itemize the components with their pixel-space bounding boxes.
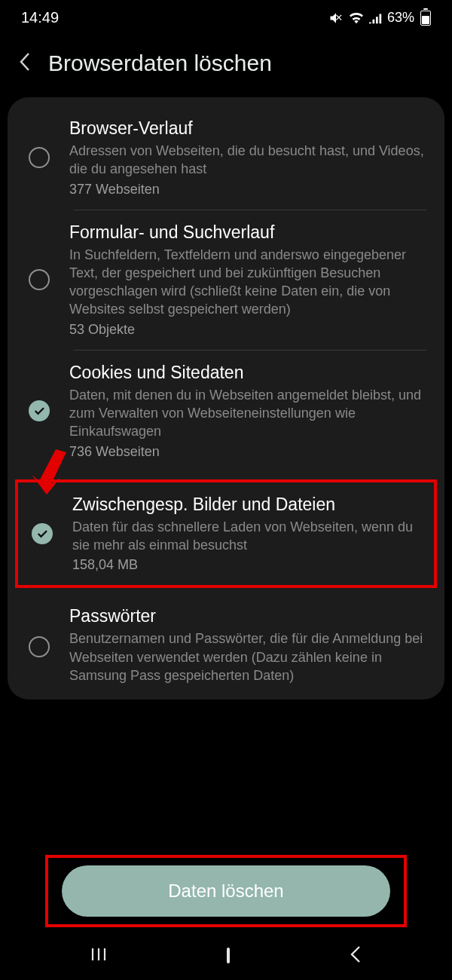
status-time: 14:49 — [21, 9, 59, 26]
action-area: Daten löschen — [0, 855, 452, 927]
row-title: Passwörter — [69, 606, 426, 626]
checkbox-passwords[interactable] — [29, 636, 50, 657]
nav-bar — [0, 932, 452, 980]
row-form-search[interactable]: Formular- und Suchverlauf In Suchfeldern… — [8, 210, 444, 350]
battery-text: 63% — [387, 10, 414, 26]
wifi-icon — [348, 11, 365, 25]
checkbox-form-search[interactable] — [29, 269, 50, 290]
row-desc: In Suchfeldern, Textfeldern und anderswo… — [69, 246, 426, 319]
annotation-arrow-icon — [32, 448, 69, 496]
page-title: Browserdaten löschen — [48, 51, 272, 76]
row-desc: Adressen von Webseiten, die du besucht h… — [69, 142, 426, 179]
mute-icon — [328, 11, 344, 26]
row-count: 158,04 MB — [72, 557, 423, 573]
page-header: Browserdaten löschen — [0, 32, 452, 97]
highlight-action: Daten löschen — [45, 855, 407, 927]
nav-recent-button[interactable] — [90, 945, 108, 966]
nav-home-button[interactable] — [227, 949, 230, 963]
nav-back-button[interactable] — [349, 945, 362, 967]
status-right: 63% — [328, 10, 431, 26]
highlight-cached-files: Zwischengesp. Bilder und Dateien Daten f… — [15, 479, 437, 589]
row-cached-files[interactable]: Zwischengesp. Bilder und Dateien Daten f… — [18, 482, 434, 586]
row-count: 377 Webseiten — [69, 182, 426, 198]
checkbox-cached-files[interactable] — [32, 523, 53, 544]
row-count: 736 Webseiten — [69, 444, 426, 460]
row-count: 53 Objekte — [69, 322, 426, 338]
back-button[interactable] — [18, 51, 33, 76]
row-title: Zwischengesp. Bilder und Dateien — [72, 495, 423, 515]
row-title: Browser-Verlauf — [69, 118, 426, 139]
row-cookies[interactable]: Cookies und Sitedaten Daten, mit denen d… — [8, 351, 444, 472]
status-bar: 14:49 63% — [0, 0, 452, 32]
row-title: Cookies und Sitedaten — [69, 363, 426, 383]
delete-data-button[interactable]: Daten löschen — [62, 865, 390, 917]
row-title: Formular- und Suchverlauf — [69, 222, 426, 243]
row-desc: Daten, mit denen du in Webseiten angemel… — [69, 386, 426, 441]
checkbox-browser-history[interactable] — [29, 147, 50, 168]
settings-card: Browser-Verlauf Adressen von Webseiten, … — [8, 97, 444, 700]
battery-icon — [420, 11, 431, 26]
signal-icon — [369, 12, 383, 24]
checkbox-cookies[interactable] — [29, 400, 50, 421]
row-browser-history[interactable]: Browser-Verlauf Adressen von Webseiten, … — [8, 106, 444, 210]
row-desc: Daten für das schnellere Laden von Webse… — [72, 518, 423, 555]
row-passwords[interactable]: Passwörter Benutzernamen und Passwörter,… — [8, 588, 444, 700]
row-desc: Benutzernamen und Passwörter, die für di… — [69, 629, 426, 684]
